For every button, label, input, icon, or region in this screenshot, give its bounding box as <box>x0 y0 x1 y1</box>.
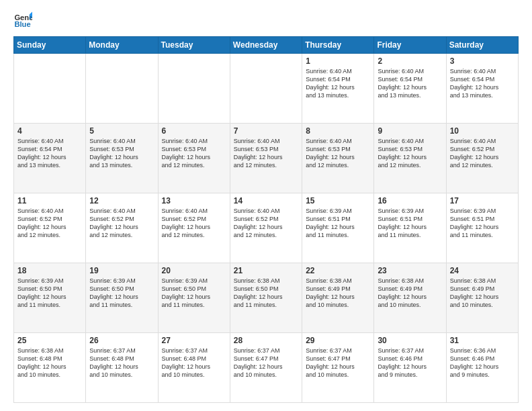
day-info: Sunrise: 6:38 AM Sunset: 6:50 PM Dayligh… <box>234 277 298 310</box>
calendar-cell: 9Sunrise: 6:40 AM Sunset: 6:53 PM Daylig… <box>374 124 446 193</box>
day-number: 21 <box>234 266 298 275</box>
day-number: 9 <box>378 126 442 136</box>
calendar-cell: 10Sunrise: 6:40 AM Sunset: 6:52 PM Dayli… <box>446 124 518 193</box>
calendar-cell: 30Sunrise: 6:37 AM Sunset: 6:46 PM Dayli… <box>374 333 446 403</box>
day-info: Sunrise: 6:40 AM Sunset: 6:53 PM Dayligh… <box>234 137 298 170</box>
page: General Blue SundayMondayTuesdayWednesda… <box>0 0 532 411</box>
calendar-cell: 26Sunrise: 6:37 AM Sunset: 6:48 PM Dayli… <box>86 333 158 403</box>
day-info: Sunrise: 6:37 AM Sunset: 6:47 PM Dayligh… <box>234 347 298 379</box>
day-number: 1 <box>306 56 370 66</box>
day-info: Sunrise: 6:39 AM Sunset: 6:51 PM Dayligh… <box>306 207 370 240</box>
day-info: Sunrise: 6:40 AM Sunset: 6:52 PM Dayligh… <box>234 207 298 240</box>
calendar-cell: 14Sunrise: 6:40 AM Sunset: 6:52 PM Dayli… <box>230 193 302 263</box>
day-info: Sunrise: 6:39 AM Sunset: 6:50 PM Dayligh… <box>17 277 82 310</box>
day-header-monday: Monday <box>86 37 158 54</box>
day-number: 13 <box>162 196 226 205</box>
day-info: Sunrise: 6:40 AM Sunset: 6:53 PM Dayligh… <box>89 137 154 170</box>
day-number: 10 <box>450 126 515 136</box>
calendar-cell <box>230 54 302 124</box>
day-info: Sunrise: 6:39 AM Sunset: 6:51 PM Dayligh… <box>378 207 442 240</box>
day-info: Sunrise: 6:40 AM Sunset: 6:52 PM Dayligh… <box>89 207 154 240</box>
day-number: 30 <box>378 336 442 345</box>
logo-icon: General Blue <box>13 11 32 30</box>
calendar-cell: 28Sunrise: 6:37 AM Sunset: 6:47 PM Dayli… <box>230 333 302 403</box>
calendar-cell: 1Sunrise: 6:40 AM Sunset: 6:54 PM Daylig… <box>302 54 374 124</box>
day-number: 5 <box>89 126 154 136</box>
day-number: 2 <box>378 56 442 66</box>
day-info: Sunrise: 6:37 AM Sunset: 6:48 PM Dayligh… <box>89 347 154 379</box>
calendar-cell: 27Sunrise: 6:37 AM Sunset: 6:48 PM Dayli… <box>158 333 230 403</box>
day-number: 31 <box>450 336 515 345</box>
day-number: 17 <box>450 196 515 205</box>
calendar-cell: 23Sunrise: 6:38 AM Sunset: 6:49 PM Dayli… <box>374 263 446 333</box>
calendar-cell: 25Sunrise: 6:38 AM Sunset: 6:48 PM Dayli… <box>14 333 86 403</box>
day-info: Sunrise: 6:40 AM Sunset: 6:52 PM Dayligh… <box>450 137 515 170</box>
day-info: Sunrise: 6:40 AM Sunset: 6:54 PM Dayligh… <box>378 67 442 100</box>
day-info: Sunrise: 6:40 AM Sunset: 6:52 PM Dayligh… <box>17 207 82 240</box>
day-number: 8 <box>306 126 370 136</box>
day-number: 12 <box>89 196 154 205</box>
calendar-table: SundayMondayTuesdayWednesdayThursdayFrid… <box>13 36 519 403</box>
day-info: Sunrise: 6:38 AM Sunset: 6:49 PM Dayligh… <box>306 277 370 310</box>
calendar-cell: 6Sunrise: 6:40 AM Sunset: 6:53 PM Daylig… <box>158 124 230 193</box>
day-info: Sunrise: 6:38 AM Sunset: 6:48 PM Dayligh… <box>17 347 82 379</box>
day-header-wednesday: Wednesday <box>230 37 302 54</box>
week-row-3: 11Sunrise: 6:40 AM Sunset: 6:52 PM Dayli… <box>14 193 519 263</box>
day-info: Sunrise: 6:40 AM Sunset: 6:53 PM Dayligh… <box>378 137 442 170</box>
day-info: Sunrise: 6:36 AM Sunset: 6:46 PM Dayligh… <box>450 347 515 379</box>
day-info: Sunrise: 6:39 AM Sunset: 6:50 PM Dayligh… <box>162 277 226 310</box>
day-number: 3 <box>450 56 515 66</box>
calendar-cell <box>86 54 158 124</box>
day-info: Sunrise: 6:38 AM Sunset: 6:49 PM Dayligh… <box>378 277 442 310</box>
calendar-cell: 4Sunrise: 6:40 AM Sunset: 6:54 PM Daylig… <box>14 124 86 193</box>
calendar-cell: 2Sunrise: 6:40 AM Sunset: 6:54 PM Daylig… <box>374 54 446 124</box>
day-number: 18 <box>17 266 82 275</box>
day-info: Sunrise: 6:40 AM Sunset: 6:53 PM Dayligh… <box>306 137 370 170</box>
calendar-cell: 13Sunrise: 6:40 AM Sunset: 6:52 PM Dayli… <box>158 193 230 263</box>
calendar-cell <box>14 54 86 124</box>
day-number: 16 <box>378 196 442 205</box>
day-number: 19 <box>89 266 154 275</box>
week-row-4: 18Sunrise: 6:39 AM Sunset: 6:50 PM Dayli… <box>14 263 519 333</box>
calendar-cell: 24Sunrise: 6:38 AM Sunset: 6:49 PM Dayli… <box>446 263 518 333</box>
day-number: 11 <box>17 196 82 205</box>
day-number: 25 <box>17 336 82 345</box>
day-header-thursday: Thursday <box>302 37 374 54</box>
day-info: Sunrise: 6:38 AM Sunset: 6:49 PM Dayligh… <box>450 277 515 310</box>
calendar-cell: 7Sunrise: 6:40 AM Sunset: 6:53 PM Daylig… <box>230 124 302 193</box>
day-number: 14 <box>234 196 298 205</box>
day-info: Sunrise: 6:40 AM Sunset: 6:52 PM Dayligh… <box>162 207 226 240</box>
day-number: 4 <box>17 126 82 136</box>
day-info: Sunrise: 6:39 AM Sunset: 6:51 PM Dayligh… <box>450 207 515 240</box>
calendar-cell: 20Sunrise: 6:39 AM Sunset: 6:50 PM Dayli… <box>158 263 230 333</box>
calendar-cell: 8Sunrise: 6:40 AM Sunset: 6:53 PM Daylig… <box>302 124 374 193</box>
day-header-sunday: Sunday <box>14 37 86 54</box>
day-info: Sunrise: 6:37 AM Sunset: 6:47 PM Dayligh… <box>306 347 370 379</box>
day-number: 27 <box>162 336 226 345</box>
calendar-cell: 19Sunrise: 6:39 AM Sunset: 6:50 PM Dayli… <box>86 263 158 333</box>
calendar-header-row: SundayMondayTuesdayWednesdayThursdayFrid… <box>14 37 519 54</box>
day-info: Sunrise: 6:40 AM Sunset: 6:54 PM Dayligh… <box>17 137 82 170</box>
day-info: Sunrise: 6:39 AM Sunset: 6:50 PM Dayligh… <box>89 277 154 310</box>
calendar-cell: 11Sunrise: 6:40 AM Sunset: 6:52 PM Dayli… <box>14 193 86 263</box>
calendar-cell: 3Sunrise: 6:40 AM Sunset: 6:54 PM Daylig… <box>446 54 518 124</box>
day-number: 24 <box>450 266 515 275</box>
day-info: Sunrise: 6:40 AM Sunset: 6:54 PM Dayligh… <box>306 67 370 100</box>
day-number: 28 <box>234 336 298 345</box>
day-header-friday: Friday <box>374 37 446 54</box>
week-row-1: 1Sunrise: 6:40 AM Sunset: 6:54 PM Daylig… <box>14 54 519 124</box>
day-number: 15 <box>306 196 370 205</box>
calendar-cell: 17Sunrise: 6:39 AM Sunset: 6:51 PM Dayli… <box>446 193 518 263</box>
day-number: 22 <box>306 266 370 275</box>
calendar-cell: 16Sunrise: 6:39 AM Sunset: 6:51 PM Dayli… <box>374 193 446 263</box>
logo: General Blue <box>13 11 35 30</box>
day-header-saturday: Saturday <box>446 37 518 54</box>
day-number: 26 <box>89 336 154 345</box>
day-number: 23 <box>378 266 442 275</box>
calendar-cell: 15Sunrise: 6:39 AM Sunset: 6:51 PM Dayli… <box>302 193 374 263</box>
day-header-tuesday: Tuesday <box>158 37 230 54</box>
day-info: Sunrise: 6:37 AM Sunset: 6:48 PM Dayligh… <box>162 347 226 379</box>
svg-text:Blue: Blue <box>14 20 30 28</box>
day-info: Sunrise: 6:40 AM Sunset: 6:54 PM Dayligh… <box>450 67 515 100</box>
day-info: Sunrise: 6:37 AM Sunset: 6:46 PM Dayligh… <box>378 347 442 379</box>
